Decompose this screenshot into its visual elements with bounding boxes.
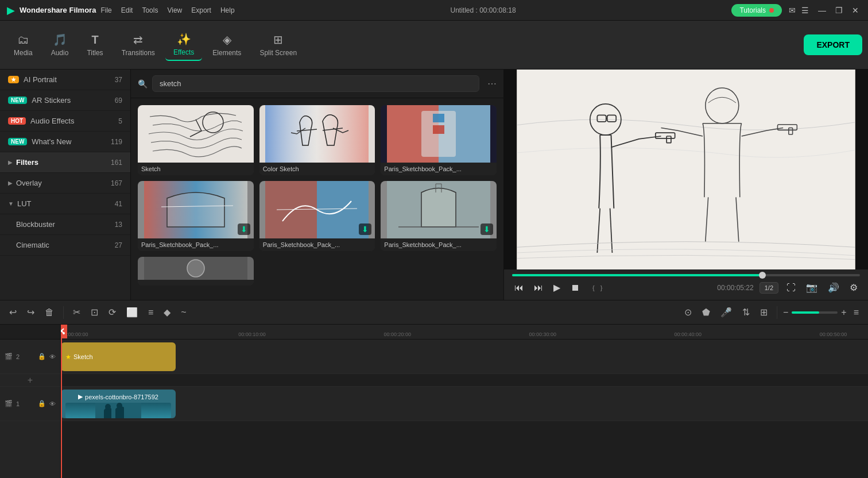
transform-button[interactable]: ≡	[145, 305, 157, 320]
effect-card-color-sketch[interactable]: Color Sketch	[259, 105, 375, 175]
paris3-download-icon: ⬇	[359, 223, 371, 235]
rotate-button[interactable]: ⟳	[105, 304, 119, 320]
tool-elements-label: Elements	[212, 49, 241, 57]
record-button[interactable]: 🎤	[717, 304, 735, 320]
playhead	[61, 325, 62, 478]
maximize-button[interactable]: ❐	[833, 6, 845, 15]
zoom-slider[interactable]	[792, 311, 838, 314]
track2-icon: 🎬	[5, 353, 13, 360]
playback-right-controls: 00:00:05:22 1/2 ⛶ 📷 🔊 ⚙	[717, 280, 860, 295]
menu-bar[interactable]: File Edit Tools View Export Help	[100, 6, 234, 14]
tutorials-button[interactable]: Tutorials	[731, 4, 782, 17]
window-controls[interactable]: — ❐ ✕	[816, 6, 861, 15]
sketch-effect-clip[interactable]: ★ Sketch	[61, 342, 176, 371]
export-button[interactable]: EXPORT	[804, 34, 862, 55]
search-input[interactable]	[152, 75, 479, 92]
step-back-button[interactable]: ⏭	[532, 280, 545, 295]
motion-track-button[interactable]: ⊙	[681, 304, 695, 320]
track-row-1: ▶ pexels-cottonbro-8717592	[61, 387, 868, 421]
crop-button[interactable]: ⊡	[87, 304, 102, 320]
fullscreen-button[interactable]: ⛶	[784, 280, 798, 295]
effect-card-paris5[interactable]	[138, 257, 254, 286]
audio-track-button[interactable]: ~	[177, 305, 189, 320]
audio-button[interactable]: 🔊	[826, 280, 842, 295]
paris2-thumb	[138, 181, 254, 238]
undo-button[interactable]: ↩	[6, 304, 20, 320]
effect-card-paris4[interactable]: Paris_Sketchbook_Pack_... ⬇	[381, 181, 497, 251]
track2-eye-icon[interactable]: 👁	[49, 353, 56, 360]
menu-edit[interactable]: Edit	[121, 6, 133, 14]
app-name: Wondershare Filmora	[20, 6, 96, 14]
screenshot-button[interactable]: 📷	[804, 280, 820, 295]
tool-split-screen[interactable]: ⊞ Split Screen	[251, 29, 305, 60]
sidebar-item-overlay[interactable]: ▶ Overlay 167	[0, 173, 130, 194]
menu-view[interactable]: View	[167, 6, 182, 14]
paris2-name: Paris_Sketchbook_Pack_...	[138, 238, 254, 251]
ai-portrait-label: AI Portrait	[24, 75, 115, 84]
menu-export[interactable]: Export	[191, 6, 211, 14]
video-clip[interactable]: ▶ pexels-cottonbro-8717592	[61, 390, 176, 418]
effect-card-paris1[interactable]: Paris_Sketchbook_Pack_...	[381, 105, 497, 175]
sidebar-item-filters[interactable]: ▶ Filters 161	[0, 152, 130, 173]
tool-elements[interactable]: ◈ Elements	[204, 29, 249, 60]
titlebar-left: ▶ Wondershare Filmora File Edit Tools Vi…	[7, 4, 235, 17]
track1-lock-icon[interactable]: 🔒	[38, 400, 46, 407]
sidebar-item-cinematic[interactable]: Cinematic 27	[0, 235, 130, 256]
flip-button[interactable]: ⬜	[123, 304, 141, 320]
play-button[interactable]: ▶	[551, 280, 563, 295]
paris3-name: Paris_Sketchbook_Pack_...	[259, 238, 375, 251]
audio-detach-button[interactable]: ⇅	[739, 304, 753, 320]
color-button[interactable]: ◆	[160, 304, 174, 320]
sidebar-item-audio-effects[interactable]: HOT Audio Effects 5	[0, 111, 130, 132]
effect-card-paris3[interactable]: Paris_Sketchbook_Pack_... ⬇	[259, 181, 375, 251]
ai-portrait-count: 37	[115, 76, 122, 84]
tool-media[interactable]: 🗂 Media	[6, 30, 41, 60]
menu-help[interactable]: Help	[220, 6, 235, 14]
sidebar-item-blockbuster[interactable]: Blockbuster 13	[0, 214, 130, 235]
zoom-out-button[interactable]: −	[783, 307, 788, 318]
tool-audio[interactable]: 🎵 Audio	[43, 29, 77, 60]
add-track-button[interactable]: +	[28, 375, 33, 386]
ar-stickers-label: AR Stickers	[32, 96, 114, 105]
grid-toggle-icon[interactable]: ⋯	[487, 78, 497, 89]
tool-effects[interactable]: ✨ Effects	[165, 29, 202, 61]
effect-card-paris2[interactable]: Paris_Sketchbook_Pack_... ⬇	[138, 181, 254, 251]
stop-button[interactable]: ⏹	[568, 280, 582, 295]
zoom-in-button[interactable]: +	[841, 307, 846, 318]
sidebar-item-lut[interactable]: ▼ LUT 41	[0, 194, 130, 214]
sidebar-item-whats-new[interactable]: NEW What's New 119	[0, 132, 130, 152]
sidebar-item-ar-stickers[interactable]: NEW AR Stickers 69	[0, 90, 130, 111]
track2-number: 2	[16, 353, 20, 360]
track1-eye-icon[interactable]: 👁	[49, 400, 56, 407]
skip-back-button[interactable]: ⏮	[512, 280, 526, 295]
redo-button[interactable]: ↪	[24, 304, 38, 320]
menu-icon[interactable]: ☰	[801, 6, 809, 15]
timeline-settings-button[interactable]: ≡	[850, 305, 862, 320]
paris1-name: Paris_Sketchbook_Pack_...	[381, 163, 497, 175]
progress-bar[interactable]	[512, 274, 860, 276]
main-content: ★ AI Portrait 37 NEW AR Stickers 69 HOT …	[0, 70, 868, 300]
playback-controls: ⏮ ⏭ ▶ ⏹ { } 00:00:05:22 1/2 ⛶ 📷 🔊 ⚙	[512, 280, 860, 295]
close-button[interactable]: ✕	[850, 6, 861, 15]
cinematic-label: Cinematic	[16, 241, 115, 249]
tool-titles[interactable]: T Titles	[79, 30, 111, 60]
mask-button[interactable]: ⬟	[699, 304, 714, 320]
whats-new-label: What's New	[32, 137, 111, 146]
settings-button[interactable]: ⚙	[847, 280, 860, 295]
menu-tools[interactable]: Tools	[142, 6, 158, 14]
delete-button[interactable]: 🗑	[41, 305, 57, 320]
sidebar-item-ai-portrait[interactable]: ★ AI Portrait 37	[0, 70, 130, 90]
track2-lock-icon[interactable]: 🔒	[38, 353, 46, 360]
preview-svg	[504, 70, 868, 269]
toolbar-sep2	[777, 306, 777, 319]
pip-button[interactable]: ⊞	[757, 304, 771, 320]
paris4-name: Paris_Sketchbook_Pack_...	[381, 238, 497, 251]
effect-card-sketch[interactable]: Sketch	[138, 105, 254, 175]
ruler-mark-50: 00:00:50:00	[820, 331, 847, 337]
cut-button[interactable]: ✂	[69, 304, 84, 320]
minimize-button[interactable]: —	[816, 6, 828, 15]
tool-transitions[interactable]: ⇄ Transitions	[114, 29, 163, 60]
menu-file[interactable]: File	[100, 6, 111, 14]
ratio-button[interactable]: 1/2	[760, 282, 778, 294]
mail-icon[interactable]: ✉	[789, 6, 796, 15]
